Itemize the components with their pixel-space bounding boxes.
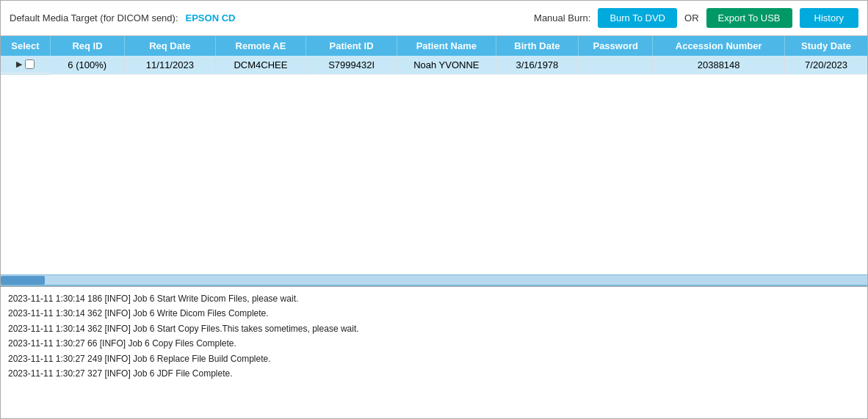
log-line: 2023-11-11 1:30:14 186 [INFO] Job 6 Star… [8, 291, 860, 306]
table-body: ▶6 (100%)11/11/2023DCM4CHEES7999432INoah… [1, 56, 867, 75]
manual-burn-label: Manual Burn: [534, 12, 590, 23]
export-usb-button[interactable]: Export To USB [706, 8, 792, 28]
col-header-patient-id: Patient ID [306, 36, 397, 56]
col-header-patient-name: Patient Name [397, 36, 496, 56]
cell-password [579, 56, 653, 75]
top-bar: Default Media Target (for DICOM send): E… [1, 1, 867, 36]
col-header-birth-date: Birth Date [496, 36, 578, 56]
cell-remote-ae: DCM4CHEE [215, 56, 306, 75]
col-header-study-date: Study Date [785, 36, 867, 56]
main-container: Default Media Target (for DICOM send): E… [0, 0, 868, 419]
cell-accession-number: 20388148 [653, 56, 785, 75]
cell-birth-date: 3/16/1978 [496, 56, 578, 75]
col-header-accession-number: Accession Number [653, 36, 785, 56]
epson-cd-label: EPSON CD [186, 12, 236, 23]
table-row[interactable]: ▶6 (100%)11/11/2023DCM4CHEES7999432INoah… [1, 56, 867, 75]
cell-req-date: 11/11/2023 [125, 56, 216, 75]
col-header-select: Select [1, 36, 50, 56]
jobs-table: Select Req ID Req Date Remote AE Patient… [1, 36, 867, 75]
cell-study-date: 7/20/2023 [785, 56, 867, 75]
scroll-thumb [1, 276, 45, 285]
col-header-remote-ae: Remote AE [215, 36, 306, 56]
default-media-label: Default Media Target (for DICOM send): [10, 12, 178, 23]
col-header-req-date: Req Date [125, 36, 216, 56]
burn-dvd-button[interactable]: Burn To DVD [598, 8, 677, 28]
col-header-req-id: Req ID [50, 36, 124, 56]
col-header-password: Password [579, 36, 653, 56]
row-arrow-cell: ▶ [1, 56, 50, 73]
cell-req-id: 6 (100%) [50, 56, 124, 75]
table-header-row: Select Req ID Req Date Remote AE Patient… [1, 36, 867, 56]
horizontal-scrollbar[interactable] [1, 274, 867, 285]
log-line: 2023-11-11 1:30:27 249 [INFO] Job 6 Repl… [8, 351, 860, 366]
log-line: 2023-11-11 1:30:14 362 [INFO] Job 6 Writ… [8, 306, 860, 321]
log-line: 2023-11-11 1:30:27 327 [INFO] Job 6 JDF … [8, 366, 860, 381]
row-checkbox[interactable] [25, 59, 35, 69]
log-section[interactable]: 2023-11-11 1:30:14 186 [INFO] Job 6 Star… [1, 286, 867, 418]
cell-patient-id: S7999432I [306, 56, 397, 75]
log-line: 2023-11-11 1:30:27 66 [INFO] Job 6 Copy … [8, 336, 860, 351]
row-arrow: ▶ [16, 59, 22, 69]
table-section: Select Req ID Req Date Remote AE Patient… [1, 36, 867, 286]
or-label: OR [684, 12, 699, 23]
cell-patient-name: Noah YVONNE [397, 56, 496, 75]
table-wrapper[interactable]: Select Req ID Req Date Remote AE Patient… [1, 36, 867, 274]
log-line: 2023-11-11 1:30:14 362 [INFO] Job 6 Star… [8, 321, 860, 336]
history-button[interactable]: History [800, 8, 858, 28]
